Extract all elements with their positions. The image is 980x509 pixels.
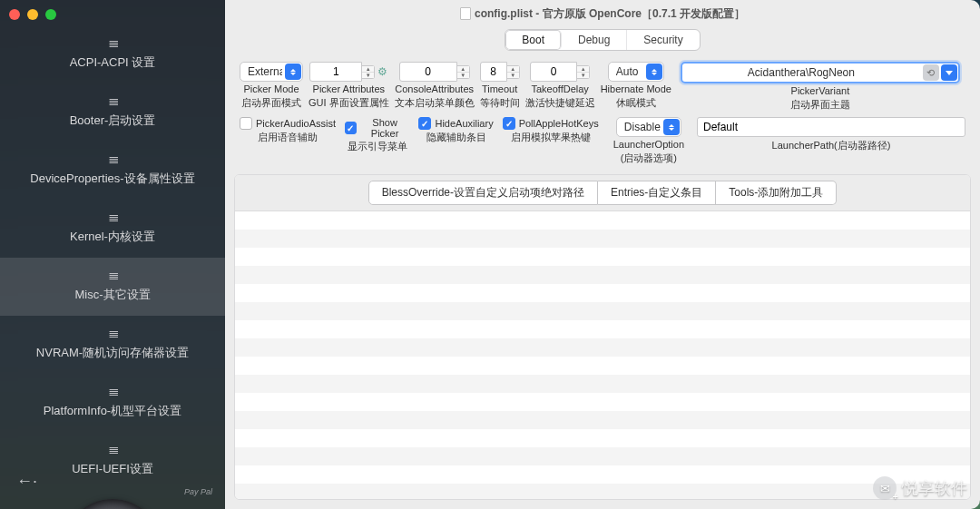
refresh-icon[interactable]: ⟲ <box>923 64 939 81</box>
label: Picker Attributes <box>313 83 385 94</box>
label: 激活快捷键延迟 <box>525 96 595 110</box>
tab-security[interactable]: Security <box>627 30 699 50</box>
timeout-input[interactable] <box>480 62 507 82</box>
wechat-icon: ✉ <box>873 476 897 500</box>
label: GUI 界面设置属性 <box>309 96 389 110</box>
table-row[interactable] <box>235 393 970 411</box>
table-row[interactable] <box>235 411 970 429</box>
maximize-icon[interactable] <box>45 9 56 20</box>
show-picker-checkbox[interactable] <box>345 122 357 134</box>
launcher-option-select[interactable] <box>616 117 681 137</box>
sidebar-item-label: Booter-启动设置 <box>70 113 156 127</box>
sidebar-item-label: DeviceProperties-设备属性设置 <box>30 171 194 185</box>
picker-audio-checkbox[interactable] <box>240 117 252 130</box>
label: PickerVariant <box>791 85 850 96</box>
sidebar-item-label: PlatformInfo-机型平台设置 <box>44 404 181 417</box>
paypal-link[interactable]: Pay Pal <box>184 488 212 496</box>
titlebar: config.plist - 官方原版 OpenCore［0.7.1 开发版配置… <box>225 0 980 27</box>
watermark: ✉ 悦享软件 <box>873 476 967 500</box>
sidebar-item-kernel[interactable]: ≣Kernel-内核设置 <box>0 200 225 258</box>
hide-auxiliary-checkbox[interactable] <box>418 117 431 130</box>
sidebar-item-acpi[interactable]: ≣ACPI-ACPI 设置 <box>0 25 225 83</box>
sidebar-item-nvram[interactable]: ≣NVRAM-随机访问存储器设置 <box>0 316 225 374</box>
launcher-path-input[interactable] <box>697 117 965 137</box>
table-row[interactable] <box>235 357 970 375</box>
list-icon: ≣ <box>4 34 221 51</box>
sidebar-item-deviceproperties[interactable]: ≣DeviceProperties-设备属性设置 <box>0 142 225 200</box>
label: 休眠模式 <box>616 96 656 110</box>
sidebar-item-label: Misc-其它设置 <box>74 288 150 301</box>
dial-control[interactable] <box>64 499 162 509</box>
tab-boot[interactable]: Boot <box>505 30 562 50</box>
hibernate-mode-select[interactable] <box>608 62 664 82</box>
label: 等待时间 <box>480 96 520 110</box>
table-row[interactable] <box>235 266 970 284</box>
table-row[interactable] <box>235 429 970 447</box>
sidebar-item-label: UEFI-UEFI设置 <box>72 462 153 475</box>
subtab-blessoverride[interactable]: BlessOverride-设置自定义启动项绝对路径 <box>368 181 598 205</box>
tab-debug[interactable]: Debug <box>562 30 627 50</box>
sidebar-item-label: NVRAM-随机访问存储器设置 <box>36 346 189 359</box>
list-icon: ≣ <box>4 209 221 225</box>
label: Picker Mode <box>243 83 299 94</box>
label: TakeoffDelay <box>531 83 588 94</box>
sidebar-item-label: ACPI-ACPI 设置 <box>70 55 156 69</box>
document-icon <box>460 7 471 20</box>
table-row[interactable] <box>235 248 970 266</box>
sidebar-item-label: Kernel-内核设置 <box>70 230 155 243</box>
picker-mode-select[interactable] <box>240 62 303 82</box>
label: LauncherPath(启动器路径) <box>772 139 891 152</box>
table-body[interactable] <box>235 211 970 499</box>
stepper[interactable]: ▲▼ <box>507 65 520 79</box>
label: (启动器选项) <box>621 152 677 165</box>
share-icon[interactable]: ←∙ <box>16 472 37 491</box>
sidebar-item-misc[interactable]: ≣Misc-其它设置 <box>0 258 225 316</box>
table-row[interactable] <box>235 284 970 302</box>
sidebar-item-booter[interactable]: ≣Booter-启动设置 <box>0 83 225 142</box>
picker-attributes-input[interactable] <box>309 62 362 82</box>
table-row[interactable] <box>235 465 970 484</box>
picker-variant-input[interactable] <box>681 62 960 83</box>
dropdown-icon[interactable] <box>941 64 957 81</box>
list-icon: ≣ <box>4 267 221 283</box>
sidebar-item-platforminfo[interactable]: ≣PlatformInfo-机型平台设置 <box>0 374 225 432</box>
poll-hotkeys-checkbox[interactable] <box>503 117 515 130</box>
list-icon: ≣ <box>4 441 221 457</box>
table-row[interactable] <box>235 211 970 230</box>
subtab-tools[interactable]: Tools-添加附加工具 <box>716 181 837 205</box>
table-row[interactable] <box>235 230 970 248</box>
close-icon[interactable] <box>9 9 20 20</box>
window-title: config.plist - 官方原版 OpenCore［0.7.1 开发版配置… <box>475 6 745 22</box>
main-panel: config.plist - 官方原版 OpenCore［0.7.1 开发版配置… <box>225 0 980 509</box>
gear-icon[interactable]: ⚙ <box>377 65 387 78</box>
table-row[interactable] <box>235 338 970 357</box>
stepper[interactable]: ▲▼ <box>362 65 375 79</box>
table-row[interactable] <box>235 302 970 320</box>
label: 显示引导菜单 <box>348 140 407 153</box>
label: PickerAudioAssist <box>256 118 336 129</box>
list-icon: ≣ <box>4 93 221 109</box>
table-row[interactable] <box>235 320 970 338</box>
label: 隐藏辅助条目 <box>426 131 486 144</box>
label: HideAuxiliary <box>435 118 493 129</box>
list-icon: ≣ <box>4 383 221 399</box>
table-row[interactable] <box>235 447 970 465</box>
list-icon: ≣ <box>4 151 221 167</box>
subtabs: BlessOverride-设置自定义启动项绝对路径 Entries-自定义条目… <box>235 175 970 211</box>
subtab-entries[interactable]: Entries-自定义条目 <box>598 181 716 205</box>
label: 启动界面模式 <box>241 96 301 110</box>
table-row[interactable] <box>235 484 970 499</box>
window-controls <box>9 9 56 20</box>
console-attributes-input[interactable] <box>399 62 457 82</box>
label: Show Picker <box>360 117 410 139</box>
takeoff-delay-input[interactable] <box>530 62 577 82</box>
stepper[interactable]: ▲▼ <box>577 65 590 79</box>
label: 文本启动菜单颜色 <box>395 96 475 110</box>
stepper[interactable]: ▲▼ <box>457 65 470 79</box>
section-tabs: Boot Debug Security <box>505 29 700 51</box>
table-row[interactable] <box>235 375 970 393</box>
label: Hibernate Mode <box>601 83 671 94</box>
label: 启用语音辅助 <box>258 131 318 144</box>
minimize-icon[interactable] <box>27 9 38 20</box>
label: 启用模拟苹果热键 <box>511 131 591 144</box>
